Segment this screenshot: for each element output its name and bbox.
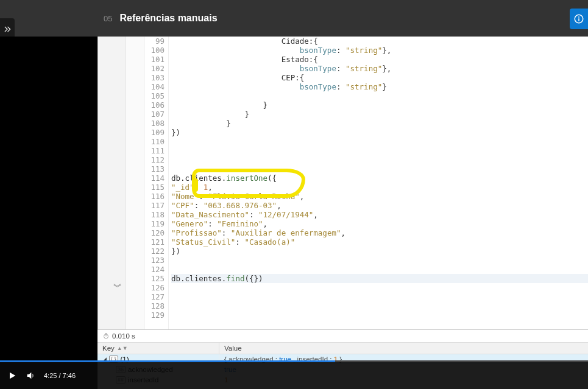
stopwatch-icon: [102, 332, 110, 340]
col-value-header[interactable]: Value: [219, 343, 588, 354]
editor-fold-margin: [126, 37, 144, 329]
results-header: Key ▲▼ Value: [97, 342, 588, 354]
video-letterbox-left: [0, 37, 97, 389]
sort-icon[interactable]: ▲▼: [117, 345, 128, 351]
svg-rect-2: [578, 18, 579, 21]
code-lines[interactable]: Cidade:{ bsonType: "string"}, Estado:{ b…: [169, 37, 588, 329]
query-time-value: 0.010 s: [112, 332, 135, 340]
progress-bar[interactable]: [0, 360, 588, 362]
video-time: 4:25 / 7:46: [44, 372, 76, 379]
main: ︾ 99100101102103104105106107108109110111…: [0, 37, 588, 389]
ide-panel: ︾ 99100101102103104105106107108109110111…: [97, 37, 588, 389]
info-button[interactable]: [570, 9, 588, 29]
lesson-number: 05: [104, 14, 112, 23]
col-key-header[interactable]: Key ▲▼: [97, 343, 219, 354]
line-gutter: 9910010110210310410510610710810911011111…: [144, 37, 169, 329]
volume-button[interactable]: [26, 371, 35, 380]
svg-point-1: [578, 16, 579, 18]
editor-margin: ︾: [98, 37, 126, 329]
query-time: 0.010 s: [97, 330, 588, 342]
lesson-title: Referências manuais: [119, 13, 217, 24]
collapse-panel-icon[interactable]: ︾: [113, 282, 122, 293]
top-bar: 05 Referências manuais: [0, 0, 588, 37]
code-area[interactable]: 9910010110210310410510610710810911011111…: [144, 37, 588, 329]
progress-fill: [0, 360, 335, 362]
editor[interactable]: ︾ 99100101102103104105106107108109110111…: [97, 37, 588, 329]
play-button[interactable]: [7, 371, 17, 380]
video-controls: 4:25 / 7:46: [0, 362, 588, 389]
